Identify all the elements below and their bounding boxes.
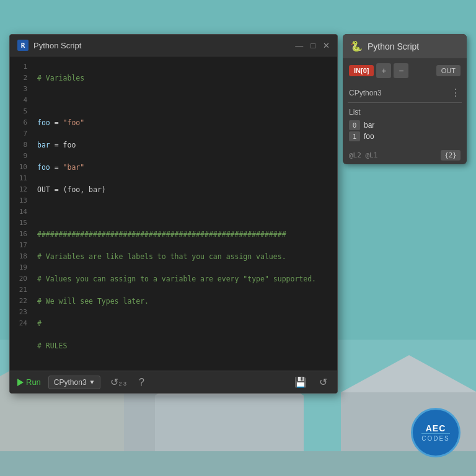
close-button[interactable]: ✕ xyxy=(323,41,330,50)
aec-badge: AEC CODES xyxy=(411,408,461,457)
in-badge[interactable]: IN[0] xyxy=(349,65,374,76)
footer-count: {2} xyxy=(441,150,461,161)
panel-widget: 🐍 Python Script IN[0] + − OUT CPython3 ⋮… xyxy=(343,34,467,164)
svg-rect-8 xyxy=(0,451,476,476)
r-icon: R xyxy=(17,40,29,51)
list-item: 0 bar xyxy=(349,120,461,130)
more-options-icon[interactable]: ⋮ xyxy=(451,87,461,99)
minimize-button[interactable]: — xyxy=(295,41,303,50)
footer-ref: @L2 @L1 xyxy=(349,151,377,159)
title-left: R Python Script xyxy=(17,40,81,51)
panel-header: 🐍 Python Script xyxy=(343,34,467,58)
save-icon[interactable]: 💾 xyxy=(292,375,309,389)
panel-controls: IN[0] + − OUT xyxy=(343,58,467,83)
refresh-icon[interactable]: ↺2 3 xyxy=(108,375,129,389)
codes-text: CODES xyxy=(421,433,450,442)
list-value-0: bar xyxy=(364,121,374,130)
list-index-0: 0 xyxy=(349,120,360,130)
remove-input-button[interactable]: − xyxy=(394,63,408,78)
list-section: List 0 bar 1 foo xyxy=(343,103,467,146)
line-numbers: 123456 789101112 131415161718 1920212223… xyxy=(10,56,32,371)
panel-interpreter-name: CPython3 xyxy=(349,89,382,97)
run-icon xyxy=(17,379,24,386)
run-label: Run xyxy=(26,377,41,387)
code-editor[interactable]: # Variables foo = "foo" bar = foo foo = … xyxy=(32,56,337,371)
maximize-button[interactable]: □ xyxy=(311,41,315,50)
list-label: List xyxy=(349,108,461,117)
titlebar: R Python Script — □ ✕ xyxy=(10,35,337,56)
window-controls: — □ ✕ xyxy=(295,41,330,50)
code-area: 123456 789101112 131415161718 1920212223… xyxy=(10,56,337,371)
help-icon[interactable]: ? xyxy=(136,376,147,389)
list-index-1: 1 xyxy=(349,131,360,141)
list-value-1: foo xyxy=(364,132,374,141)
panel-title: Python Script xyxy=(368,42,419,51)
panel-footer: @L2 @L1 {2} xyxy=(343,146,467,164)
editor-window: R Python Script — □ ✕ 123456 789101112 1… xyxy=(9,34,338,394)
panel-interpreter-row: CPython3 ⋮ xyxy=(343,83,467,102)
interpreter-select[interactable]: CPython3 ▼ xyxy=(48,376,101,389)
undo-icon[interactable]: ↺ xyxy=(317,375,330,389)
out-badge[interactable]: OUT xyxy=(436,65,461,76)
list-item: 1 foo xyxy=(349,131,461,141)
run-button[interactable]: Run xyxy=(17,377,41,387)
add-input-button[interactable]: + xyxy=(376,63,391,78)
aec-text: AEC xyxy=(426,423,446,433)
list-items: 0 bar 1 foo xyxy=(349,120,461,141)
chevron-down-icon: ▼ xyxy=(89,379,95,386)
bottom-toolbar: Run CPython3 ▼ ↺2 3 ? 💾 ↺ xyxy=(10,371,337,393)
editor-title: Python Script xyxy=(33,41,81,50)
python-icon: 🐍 xyxy=(350,40,363,52)
svg-rect-4 xyxy=(155,395,304,451)
interpreter-name: CPython3 xyxy=(54,378,87,387)
